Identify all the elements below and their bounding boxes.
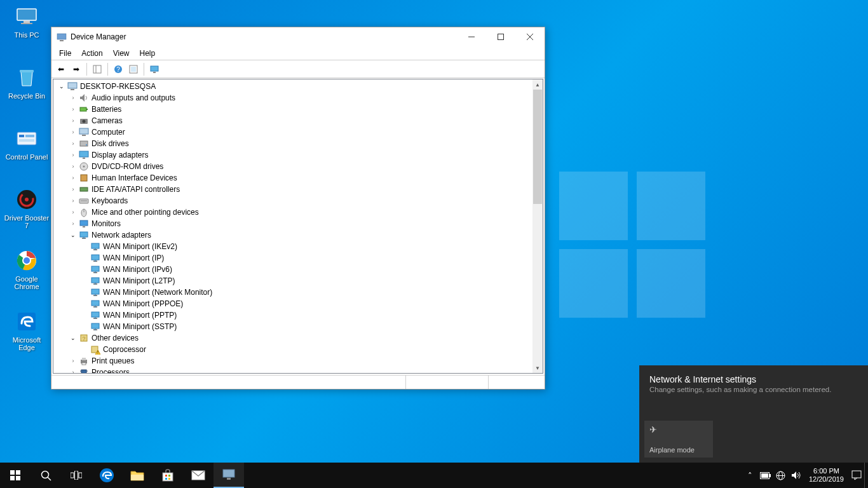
search-icon: [41, 470, 51, 481]
menu-help[interactable]: Help: [135, 48, 161, 59]
desktop-icon-this-pc[interactable]: This PC: [4, 4, 50, 39]
mouse-icon: [79, 207, 89, 217]
tree-category-other[interactable]: ⌄?Other devices: [53, 332, 532, 344]
device-manager-icon: [57, 32, 67, 42]
svg-rect-57: [92, 255, 99, 260]
airplane-icon: ✈: [649, 424, 708, 435]
tree-category-8[interactable]: ›IDE ATA/ATAPI controllers: [53, 184, 532, 195]
tree-category-0[interactable]: ›Audio inputs and outputs: [53, 92, 532, 104]
tree-category-2[interactable]: ›Cameras: [53, 115, 532, 126]
toolbar-forward-button[interactable]: ➡: [69, 62, 83, 76]
tree-node-label: Computer: [92, 128, 125, 137]
tree-device-network-4[interactable]: WAN Miniport (Network Monitor): [53, 287, 532, 298]
tray-volume[interactable]: [789, 463, 804, 488]
svg-rect-63: [92, 278, 99, 283]
tree-node-label: WAN Miniport (PPTP): [103, 311, 177, 320]
svg-rect-103: [165, 475, 167, 477]
show-desktop-button[interactable]: [864, 463, 868, 488]
desktop-icon-microsoft-edge[interactable]: Microsoft Edge: [4, 309, 50, 351]
tree-category-1[interactable]: ›Batteries: [53, 104, 532, 115]
taskbar-app-edge[interactable]: [92, 463, 122, 488]
network-icon: [90, 287, 100, 297]
menu-file[interactable]: File: [54, 48, 76, 59]
tree-scrollbar[interactable]: ▲ ▼: [532, 79, 543, 373]
tree-device-network-2[interactable]: WAN Miniport (IPv6): [53, 264, 532, 275]
tree-category-processors[interactable]: ›Processors: [53, 367, 532, 373]
start-button[interactable]: [0, 463, 31, 488]
taskbar-app-store[interactable]: [153, 463, 183, 488]
taskbar-app-mail[interactable]: [183, 463, 214, 488]
tree-category-network[interactable]: ⌄Network adapters: [53, 229, 532, 241]
maximize-button[interactable]: [486, 27, 515, 46]
desktop-icon-google-chrome[interactable]: Google Chrome: [4, 248, 50, 290]
tree-category-11[interactable]: ›Monitors: [53, 218, 532, 229]
tree-device-network-3[interactable]: WAN Miniport (L2TP): [53, 275, 532, 287]
tree-device-network-6[interactable]: WAN Miniport (PPTP): [53, 309, 532, 321]
tree-category-4[interactable]: ›Disk drives: [53, 138, 532, 149]
scroll-up-icon[interactable]: ▲: [532, 79, 543, 90]
svg-rect-31: [80, 107, 86, 111]
minimize-button[interactable]: [457, 27, 486, 46]
desktop-icon-control-panel[interactable]: Control Panel: [4, 126, 50, 161]
tree-device-other-0[interactable]: !Coprocessor: [53, 344, 532, 355]
svg-rect-112: [761, 473, 768, 478]
tree-category-3[interactable]: ›Computer: [53, 126, 532, 138]
svg-rect-72: [92, 312, 99, 317]
svg-rect-49: [80, 220, 88, 226]
menu-action[interactable]: Action: [76, 48, 107, 59]
toolbar-monitor-button[interactable]: [147, 62, 161, 76]
svg-rect-75: [92, 323, 99, 329]
network-icon: [90, 241, 100, 252]
svg-rect-43: [81, 175, 87, 181]
taskbar-app-device-manager[interactable]: [214, 463, 244, 488]
tree-node-label: Other devices: [92, 334, 139, 342]
scroll-thumb[interactable]: [533, 90, 542, 204]
tree-device-network-1[interactable]: WAN Miniport (IP): [53, 252, 532, 264]
svg-rect-40: [83, 158, 85, 159]
tree-category-5[interactable]: ›Display adapters: [53, 149, 532, 161]
tree-root-node[interactable]: ⌄DESKTOP-RKESQSA: [53, 81, 532, 92]
desktop-icon-driver-booster[interactable]: Driver Booster 7: [4, 187, 50, 229]
svg-rect-6: [25, 135, 34, 137]
volume-icon: [791, 471, 801, 480]
tree-device-network-7[interactable]: WAN Miniport (SSTP): [53, 321, 532, 332]
toolbar-help-button[interactable]: ?: [111, 62, 125, 76]
tree-node-label: WAN Miniport (IPv6): [103, 265, 172, 274]
menu-view[interactable]: View: [108, 48, 135, 59]
tray-clock[interactable]: 6:00 PM 12/20/2019: [804, 467, 849, 484]
titlebar[interactable]: Device Manager: [51, 27, 545, 46]
tree-root-label: DESKTOP-RKESQSA: [80, 82, 156, 91]
search-button[interactable]: [31, 463, 61, 488]
tree-category-6[interactable]: ›DVD/CD-ROM drives: [53, 161, 532, 172]
scroll-down-icon[interactable]: ▼: [532, 363, 543, 373]
tree-category-9[interactable]: ›Keyboards: [53, 195, 532, 207]
network-icon: [90, 299, 100, 309]
taskbar-app-explorer[interactable]: [122, 463, 153, 488]
desktop-icon-recycle-bin[interactable]: Recycle Bin: [4, 65, 50, 100]
tree-category-printqueues[interactable]: ›Print queues: [53, 355, 532, 367]
network-icon: [79, 230, 89, 240]
toolbar-show-hide-tree-button[interactable]: [90, 62, 104, 76]
tree-node-label: WAN Miniport (IKEv2): [103, 242, 177, 251]
tree-node-label: Keyboards: [92, 196, 128, 205]
svg-rect-21: [93, 65, 101, 73]
tree-device-network-0[interactable]: WAN Miniport (IKEv2): [53, 241, 532, 252]
svg-rect-92: [16, 470, 20, 475]
toolbar-scan-button[interactable]: [126, 62, 140, 76]
tree-category-7[interactable]: ›Human Interface Devices: [53, 172, 532, 184]
network-settings-link[interactable]: Network & Internet settings: [639, 365, 868, 386]
tray-action-center[interactable]: [849, 463, 864, 488]
tree-device-network-5[interactable]: WAN Miniport (PPPOE): [53, 298, 532, 309]
airplane-mode-tile[interactable]: ✈ Airplane mode: [644, 421, 713, 458]
task-view-button[interactable]: [61, 463, 92, 488]
tree-node-label: Coprocessor: [103, 345, 146, 354]
processor-icon: [79, 367, 89, 373]
printer-icon: [79, 356, 89, 366]
tree-category-10[interactable]: ›Mice and other pointing devices: [53, 207, 532, 218]
tree-node-label: Mice and other pointing devices: [92, 208, 199, 217]
tray-battery[interactable]: [758, 463, 773, 488]
tray-network[interactable]: [773, 463, 789, 488]
tray-show-hidden-icons[interactable]: ˄: [743, 463, 758, 488]
toolbar-back-button[interactable]: ⬅: [54, 62, 68, 76]
close-button[interactable]: [515, 27, 545, 46]
